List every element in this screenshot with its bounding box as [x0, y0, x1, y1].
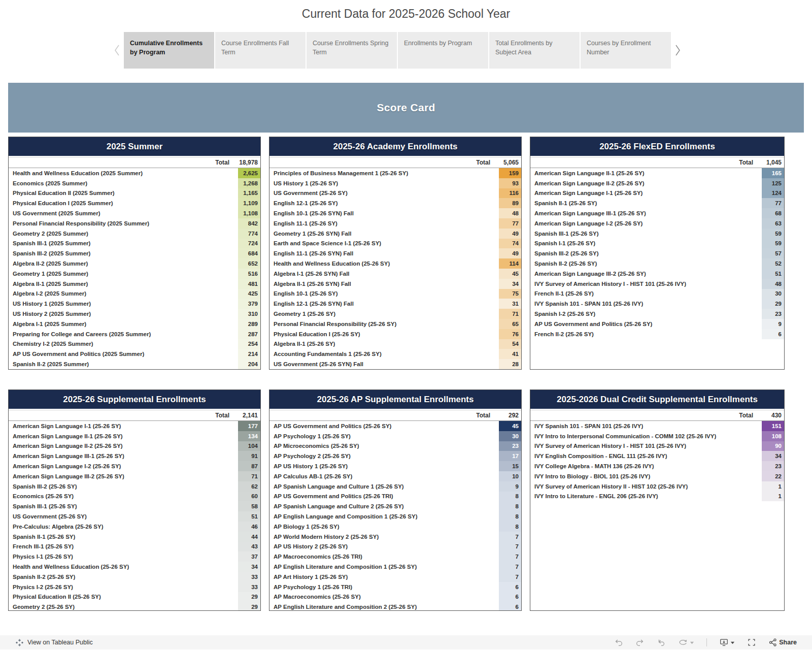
table-row[interactable]: Economics (25-26 SY)60 — [9, 492, 260, 502]
table-row[interactable]: US Government (25-26 SY)116 — [269, 188, 521, 199]
table-row[interactable]: AP US History 2 (25-26 SY)7 — [269, 542, 521, 552]
table-row[interactable]: Algebra I-1 (25-26 SYN) Fall45 — [269, 269, 521, 279]
tab-cumulative-enrollments-by-program[interactable]: Cumulative Enrollments by Program — [124, 32, 214, 69]
redo-button[interactable] — [635, 638, 645, 647]
table-row[interactable]: Spanish II-2 (25-26 SY)52 — [530, 258, 784, 269]
table-row[interactable]: American Sign Language II-1 (25-26 SY)13… — [9, 431, 260, 441]
table-row[interactable]: Algebra I-1 (2025 Summer)289 — [9, 319, 260, 329]
table-row[interactable]: American Sign Language III-2 (25-26 SY)5… — [530, 269, 784, 279]
table-row[interactable]: IVY Survey of American History I - HIST … — [530, 279, 784, 289]
table-row[interactable]: American Sign Language II-2 (25-26 SY)12… — [530, 178, 784, 188]
table-row[interactable]: AP World Modern History 2 (25-26 SY)7 — [269, 532, 521, 542]
tabs-scroll-left-icon[interactable] — [111, 32, 124, 69]
table-row[interactable]: AP US History 1 (25-26 SY)15 — [269, 461, 521, 471]
table-row[interactable]: IVY Survey of American History II - HIST… — [530, 481, 784, 492]
table-row[interactable]: Spanish II-2 (2025 Summer)204 — [9, 359, 260, 369]
table-row[interactable]: Physical Education I (2025 Summer)1,109 — [9, 198, 260, 208]
table-row[interactable]: AP Spanish Language and Culture 1 (25-26… — [269, 481, 521, 492]
table-row[interactable]: AP English Language and Composition 1 (2… — [269, 511, 521, 522]
table-row[interactable]: English 12-1 (25-26 SYN) Fall31 — [269, 299, 521, 309]
table-row[interactable]: Health and Wellness Education (25-26 SY)… — [269, 258, 521, 269]
table-row[interactable]: AP English Literature and Composition 2 … — [269, 602, 521, 611]
undo-button[interactable] — [614, 638, 623, 647]
table-row[interactable]: Accounting Fundamentals 1 (25-26 SY)41 — [269, 349, 521, 359]
table-row[interactable]: AP US Government and Politics (25-26 TRI… — [269, 492, 521, 502]
fullscreen-button[interactable] — [747, 638, 756, 647]
table-row[interactable]: Geometry 2 (2025 Summer)774 — [9, 229, 260, 239]
table-row[interactable]: Earth and Space Science I-1 (25-26 SY)74 — [269, 239, 521, 249]
table-row[interactable]: Spanish III-2 (25-26 SY)57 — [530, 248, 784, 258]
table-row[interactable]: American Sign Language I-1 (25-26 SY)124 — [530, 188, 784, 199]
table-row[interactable]: American Sign Language III-2 (25-26 SY)7… — [9, 471, 260, 481]
table-row[interactable]: Economics (2025 Summer)1,268 — [9, 178, 260, 188]
table-row[interactable]: Spanish III-2 (25-26 SY)62 — [9, 481, 260, 492]
table-row[interactable]: English 12-1 (25-26 SY)89 — [269, 198, 521, 208]
table-row[interactable]: Spanish I-1 (25-26 SY)59 — [530, 239, 784, 249]
table-row[interactable]: US History 1 (25-26 SY)93 — [269, 178, 521, 188]
table-row[interactable]: AP Art History 1 (25-26 SY)7 — [269, 572, 521, 582]
table-row[interactable]: English 10-1 (25-26 SYN) Fall48 — [269, 208, 521, 218]
share-button[interactable]: Share — [768, 638, 797, 647]
tab-enrollments-by-program[interactable]: Enrollments by Program — [398, 32, 488, 69]
table-row[interactable]: Physics I-2 (25-26 SY)33 — [9, 582, 260, 592]
table-row[interactable]: US Government (25-26 SY)51 — [9, 511, 260, 522]
table-row[interactable]: AP US Government and Politics (25-26 SY)… — [530, 319, 784, 329]
table-row[interactable]: AP US Government and Politics (25-26 SY)… — [269, 421, 521, 431]
table-row[interactable]: Spanish I-2 (25-26 SY)23 — [530, 309, 784, 319]
table-row[interactable]: Algebra II-1 (25-26 SY)54 — [269, 339, 521, 349]
table-row[interactable]: Spanish II-1 (25-26 SY)77 — [530, 198, 784, 208]
table-row[interactable]: Chemistry I-2 (2025 Summer)254 — [9, 339, 260, 349]
table-row[interactable]: French III-1 (25-26 SY)43 — [9, 542, 260, 552]
download-button[interactable] — [719, 638, 735, 647]
table-row[interactable]: American Sign Language I-2 (25-26 SY)87 — [9, 461, 260, 471]
table-row[interactable]: IVY College Algebra - MATH 136 (25-26 IV… — [530, 461, 784, 471]
table-row[interactable]: French II-2 (25-26 SY)6 — [530, 329, 784, 339]
table-row[interactable]: US Government (25-26 SYN) Fall28 — [269, 359, 521, 369]
table-row[interactable]: Spanish III-2 (2025 Summer)684 — [9, 248, 260, 258]
table-row[interactable]: AP Calculus AB-1 (25-26 SY)10 — [269, 471, 521, 481]
tab-courses-by-enrollment-number[interactable]: Courses by Enrollment Number — [581, 32, 671, 69]
table-row[interactable]: IVY Survey of American History I - HIST … — [530, 441, 784, 451]
table-row[interactable]: AP Psychology 1 (25-26 TRI)6 — [269, 582, 521, 592]
table-row[interactable]: Physics I-1 (25-26 SY)37 — [9, 551, 260, 562]
table-row[interactable]: AP Macroeconomics (25-26 SY)6 — [269, 592, 521, 602]
table-row[interactable]: Preparing for College and Careers (2025 … — [9, 329, 260, 339]
revert-button[interactable] — [657, 638, 666, 647]
table-row[interactable]: Health and Wellness Education (25-26 SY)… — [9, 562, 260, 572]
table-row[interactable]: US Government (2025 Summer)1,108 — [9, 208, 260, 218]
table-row[interactable]: AP English Literature and Composition 1 … — [269, 562, 521, 572]
table-row[interactable]: French II-1 (25-26 SY)30 — [530, 289, 784, 299]
table-row[interactable]: AP Spanish Language and Culture 2 (25-26… — [269, 501, 521, 511]
table-row[interactable]: Geometry 1 (25-26 SYN) Fall49 — [269, 229, 521, 239]
table-row[interactable]: Physical Education II (25-26 SY)29 — [9, 592, 260, 602]
table-row[interactable]: IVY Intro to Literature - ENGL 206 (25-2… — [530, 492, 784, 502]
table-row[interactable]: Physical Education II (2025 Summer)1,165 — [9, 188, 260, 199]
table-row[interactable]: Principles of Business Management 1 (25-… — [269, 168, 521, 178]
table-row[interactable]: Pre-Calculus: Algebra (25-26 SY)46 — [9, 522, 260, 532]
table-row[interactable]: IVY English Composition - ENGL 111 (25-2… — [530, 451, 784, 461]
table-row[interactable]: American Sign Language III-1 (25-26 SY)6… — [530, 208, 784, 218]
table-row[interactable]: American Sign Language II-2 (25-26 SY)10… — [9, 441, 260, 451]
table-row[interactable]: IVY Spanish 101 - SPAN 101 (25-26 IVY)15… — [530, 421, 784, 431]
tab-total-enrollments-by-subject-area[interactable]: Total Enrollments by Subject Area — [489, 32, 580, 69]
table-row[interactable]: AP US Government and Politics (2025 Summ… — [9, 349, 260, 359]
table-row[interactable]: Spanish II-1 (25-26 SY)44 — [9, 532, 260, 542]
table-row[interactable]: Algebra II-1 (2025 Summer)481 — [9, 279, 260, 289]
view-on-tableau-public-link[interactable]: View on Tableau Public — [15, 638, 93, 647]
table-row[interactable]: Geometry 1 (2025 Summer)516 — [9, 269, 260, 279]
table-row[interactable]: American Sign Language I-1 (25-26 SY)177 — [9, 421, 260, 431]
table-row[interactable]: IVY Intro to Biology - BIOL 101 (25-26 I… — [530, 471, 784, 481]
table-row[interactable]: AP Microeconomics (25-26 SY)23 — [269, 441, 521, 451]
tabs-scroll-right-icon[interactable] — [671, 32, 684, 69]
table-row[interactable]: IVY Spanish 101 - SPAN 101 (25-26 IVY)29 — [530, 299, 784, 309]
table-row[interactable]: English 10-1 (25-26 SY)75 — [269, 289, 521, 299]
table-row[interactable]: Geometry 1 (25-26 SY)71 — [269, 309, 521, 319]
table-row[interactable]: AP Psychology 1 (25-26 SY)30 — [269, 431, 521, 441]
table-row[interactable]: Spanish III-1 (2025 Summer)724 — [9, 239, 260, 249]
table-row[interactable]: Personal Financial Responsibility (2025 … — [9, 218, 260, 229]
table-row[interactable]: US History 2 (2025 Summer)310 — [9, 309, 260, 319]
table-row[interactable]: Algebra I-2 (2025 Summer)425 — [9, 289, 260, 299]
table-row[interactable]: American Sign Language II-1 (25-26 SY)16… — [530, 168, 784, 178]
table-row[interactable]: Spanish II-2 (25-26 SY)33 — [9, 572, 260, 582]
tab-course-enrollments-spring-term[interactable]: Course Enrollments Spring Term — [307, 32, 397, 69]
